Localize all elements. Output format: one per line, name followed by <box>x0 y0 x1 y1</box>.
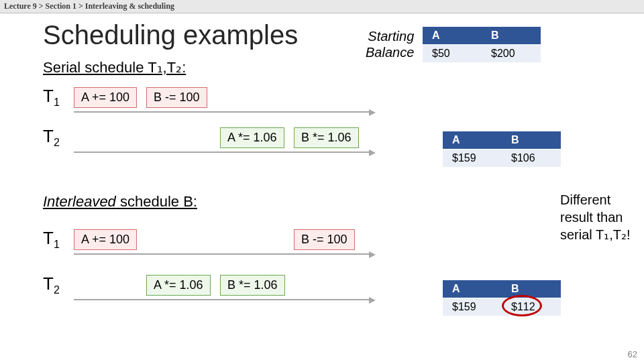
op-a-inc: A += 100 <box>74 229 137 250</box>
arrow-icon <box>369 149 376 156</box>
highlight-circle-icon <box>502 295 542 316</box>
serial-heading: Serial schedule T₁,T₂: <box>43 59 186 76</box>
th-a: A <box>443 131 502 149</box>
starting-line2: Balance <box>366 45 414 60</box>
serial-b: $106 <box>502 149 561 168</box>
serial-t1-label: T1 <box>43 86 60 109</box>
page-title: Scheduling examples <box>43 20 298 50</box>
starting-balance-label: Starting Balance <box>366 28 414 60</box>
serial-t2-row: A *= 1.06 B *= 1.06 <box>74 129 369 152</box>
inter-t2-label: T2 <box>43 274 60 296</box>
op-b-dec: B -= 100 <box>294 229 355 250</box>
op-a-mul: A *= 1.06 <box>146 275 211 296</box>
breadcrumb: Lecture 9 > Section 1 > Interleaving & s… <box>0 0 644 13</box>
arrow-icon <box>369 297 376 304</box>
op-b-mul: B *= 1.06 <box>220 275 285 296</box>
start-b: $200 <box>482 45 541 63</box>
serial-t2-label: T2 <box>43 126 60 149</box>
callout-note: Different result than serial T₁,T₂! <box>560 191 634 243</box>
th-a: A <box>423 27 482 45</box>
inter-t1-row: A += 100 B -= 100 <box>74 231 369 253</box>
starting-table: AB $50$200 <box>423 27 541 62</box>
th-b: B <box>482 27 541 45</box>
page-number: 62 <box>628 349 637 359</box>
op-a-mul: A *= 1.06 <box>220 127 284 148</box>
starting-line1: Starting <box>368 29 414 44</box>
th-a: A <box>443 280 502 298</box>
inter-t2-row: A *= 1.06 B *= 1.06 <box>74 276 369 299</box>
slide-body: Scheduling examples Starting Balance AB … <box>0 13 644 361</box>
op-a-inc: A += 100 <box>74 87 137 108</box>
serial-t1-row: A += 100 B -= 100 <box>74 88 369 111</box>
inter-a: $159 <box>443 298 502 316</box>
serial-result-table: AB $159$106 <box>443 131 561 167</box>
interleaved-heading: Interleaved schedule B: <box>43 193 197 210</box>
op-b-mul: B *= 1.06 <box>294 127 359 148</box>
arrow-icon <box>369 109 376 116</box>
th-b: B <box>502 280 561 298</box>
start-a: $50 <box>423 45 482 63</box>
serial-a: $159 <box>443 149 502 168</box>
th-b: B <box>502 131 561 149</box>
inter-t1-label: T1 <box>43 228 60 251</box>
op-b-dec: B -= 100 <box>146 87 207 108</box>
inter-result-table: AB $159$112 <box>443 280 561 316</box>
arrow-icon <box>369 251 376 258</box>
